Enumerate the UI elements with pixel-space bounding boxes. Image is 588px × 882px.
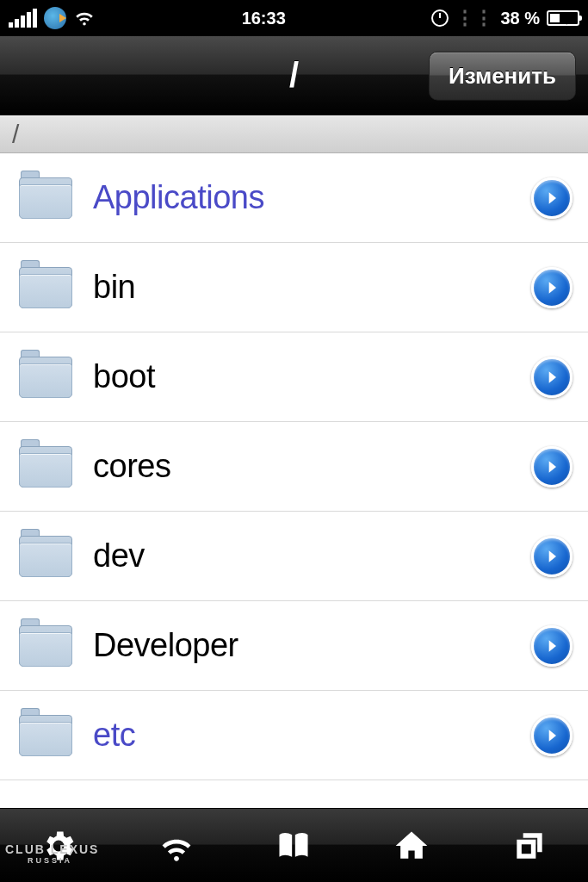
detail-button[interactable] bbox=[531, 536, 573, 577]
detail-button[interactable] bbox=[531, 177, 573, 219]
wifi-icon bbox=[158, 827, 195, 865]
battery-icon: ↯ bbox=[547, 10, 579, 26]
status-time: 16:33 bbox=[242, 9, 286, 28]
path-bar: / bbox=[0, 115, 588, 153]
folder-list: Applications bin boot cores dev bbox=[0, 153, 588, 808]
folder-icon bbox=[19, 267, 72, 308]
book-icon bbox=[275, 827, 313, 865]
bookmarks-button[interactable] bbox=[266, 818, 321, 873]
navigation-bar: / Изменить bbox=[0, 36, 588, 115]
folder-icon bbox=[19, 446, 72, 488]
detail-button[interactable] bbox=[531, 267, 573, 308]
folder-icon bbox=[19, 715, 72, 756]
chevron-right-icon bbox=[543, 188, 560, 208]
list-item[interactable]: cores bbox=[0, 422, 588, 512]
windows-button[interactable] bbox=[502, 818, 557, 873]
detail-button[interactable] bbox=[531, 715, 573, 756]
list-item[interactable]: Applications bbox=[0, 153, 588, 243]
detail-button[interactable] bbox=[531, 357, 573, 398]
folder-name: boot bbox=[93, 358, 531, 395]
edit-button[interactable]: Изменить bbox=[429, 51, 576, 100]
list-item[interactable]: boot bbox=[0, 332, 588, 422]
wifi-button[interactable] bbox=[149, 818, 204, 873]
folder-icon bbox=[19, 177, 72, 219]
chevron-right-icon bbox=[543, 367, 560, 388]
home-button[interactable] bbox=[384, 818, 439, 873]
folder-icon bbox=[19, 536, 72, 577]
alarm-icon bbox=[431, 9, 449, 27]
wifi-icon bbox=[73, 5, 96, 32]
folder-name: dev bbox=[93, 537, 531, 575]
folder-name: cores bbox=[93, 448, 531, 485]
signal-icon bbox=[9, 9, 37, 28]
list-item[interactable]: Developer bbox=[0, 601, 588, 691]
chevron-right-icon bbox=[543, 546, 560, 567]
detail-button[interactable] bbox=[531, 446, 573, 488]
bluetooth-icon: ⋮⋮ bbox=[455, 7, 493, 29]
chevron-right-icon bbox=[543, 457, 560, 477]
list-item[interactable]: bin bbox=[0, 243, 588, 332]
status-bar: 16:33 ⋮⋮ 38 % ↯ bbox=[0, 0, 588, 36]
list-item[interactable]: etc bbox=[0, 691, 588, 780]
carrier-icon bbox=[44, 7, 66, 29]
folder-name: Applications bbox=[93, 179, 531, 216]
folder-name: bin bbox=[93, 269, 531, 306]
chevron-right-icon bbox=[543, 725, 560, 746]
folder-icon bbox=[19, 357, 72, 398]
chevron-right-icon bbox=[543, 636, 560, 656]
nav-title: / bbox=[289, 56, 299, 95]
folder-icon bbox=[19, 625, 72, 667]
list-item[interactable]: dev bbox=[0, 512, 588, 601]
folder-name: etc bbox=[93, 717, 531, 754]
windows-icon bbox=[511, 827, 548, 865]
chevron-right-icon bbox=[543, 277, 560, 298]
detail-button[interactable] bbox=[531, 625, 573, 667]
folder-name: Developer bbox=[93, 627, 531, 664]
watermark: CLUB LEXUS RUSSIA bbox=[5, 842, 99, 865]
home-icon bbox=[393, 827, 430, 865]
battery-percent: 38 % bbox=[500, 9, 540, 28]
